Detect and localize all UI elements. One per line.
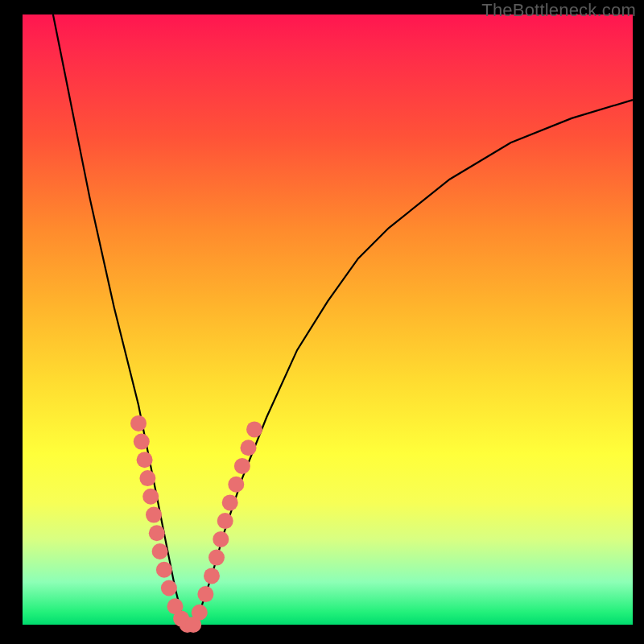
scatter-dot <box>222 494 238 510</box>
scatter-dot <box>204 568 220 584</box>
curve-layer <box>23 14 633 625</box>
scatter-dot <box>246 421 262 437</box>
bottleneck-curve <box>53 14 633 625</box>
scatter-dot <box>134 434 150 450</box>
scatter-dot <box>213 531 229 547</box>
scatter-points <box>130 415 262 633</box>
scatter-dot <box>217 513 233 529</box>
scatter-dot <box>142 489 159 505</box>
scatter-dot <box>137 452 153 468</box>
scatter-dot <box>139 470 155 486</box>
scatter-dot <box>234 458 250 474</box>
scatter-dot <box>208 550 225 566</box>
scatter-dot <box>130 415 147 431</box>
chart-frame: TheBottleneck.com <box>0 0 644 644</box>
scatter-dot <box>192 605 208 621</box>
scatter-dot <box>161 580 177 597</box>
scatter-dot <box>197 586 213 602</box>
scatter-dot <box>146 507 162 523</box>
scatter-dot <box>149 525 165 541</box>
watermark-text: TheBottleneck.com <box>481 0 636 21</box>
plot-area <box>23 14 633 625</box>
scatter-dot <box>241 440 257 456</box>
scatter-dot <box>156 562 172 578</box>
scatter-dot <box>228 477 244 493</box>
scatter-dot <box>152 543 168 559</box>
